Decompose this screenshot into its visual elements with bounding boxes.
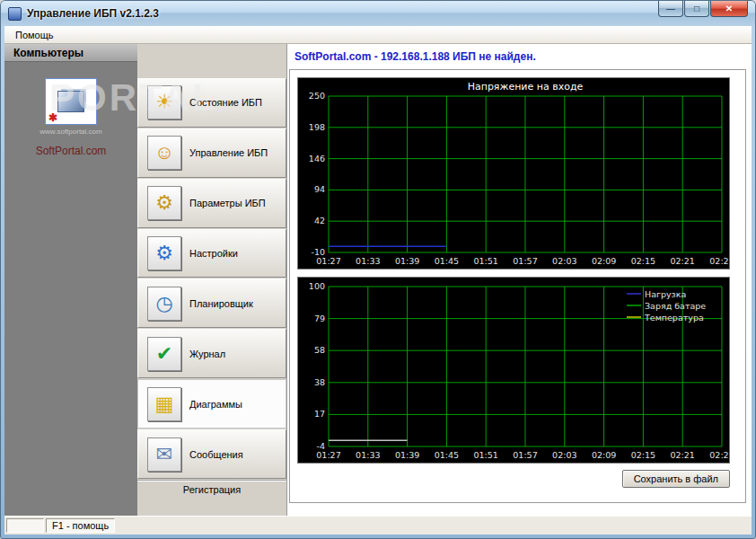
nav-label: Сообщения (189, 449, 243, 460)
watermark-url: www.softportal.com (40, 128, 101, 136)
statusbar: F1 - помощь (4, 516, 752, 535)
svg-text:Заряд батаре: Заряд батаре (645, 301, 706, 311)
ups-parameters-coins-icon: ⚙ (147, 186, 181, 220)
svg-text:01:51: 01:51 (474, 450, 498, 460)
nav-label: Диаграммы (189, 399, 242, 410)
svg-text:250: 250 (309, 91, 325, 101)
svg-text:01:39: 01:39 (395, 256, 419, 266)
svg-text:02:27: 02:27 (709, 450, 729, 460)
svg-text:58: 58 (314, 345, 325, 355)
svg-text:198: 198 (309, 122, 325, 132)
nav-column: ☀ Состояние ИБП ☺ Управление ИБП ⚙ Парам… (137, 44, 287, 516)
red-asterisk-icon: ✱ (48, 111, 57, 124)
input-voltage-chart: 01:2701:3301:3901:4501:5101:5702:0302:09… (297, 77, 730, 270)
titlebar[interactable]: Управление ИБП v2.1.2.3 (1, 1, 755, 26)
nav-label: Настройки (189, 248, 238, 259)
svg-text:02:09: 02:09 (592, 256, 616, 266)
computer-name-label[interactable]: SoftPortal.com (36, 145, 107, 157)
svg-text:02:03: 02:03 (552, 256, 576, 266)
svg-text:79: 79 (314, 314, 325, 323)
svg-text:38: 38 (314, 377, 325, 387)
nav-button-ups-parameters[interactable]: ⚙ Параметры ИБП (137, 179, 286, 228)
svg-text:Температура: Температура (644, 313, 704, 323)
svg-text:-10: -10 (311, 247, 325, 257)
nav-button-diagrams[interactable]: ▦ Диаграммы (137, 379, 286, 429)
nav-label: Параметры ИБП (189, 198, 266, 208)
svg-text:146: 146 (309, 154, 325, 163)
softportal-logo[interactable]: ✱ (45, 78, 97, 125)
save-row: Сохранить в файл (297, 470, 730, 488)
nav-button-ups-status[interactable]: ☀ Состояние ИБП (137, 78, 286, 128)
journal-printer-check-icon: ✔ (147, 337, 181, 371)
svg-text:02:03: 02:03 (552, 450, 576, 460)
sidebar-header: Компьютеры (4, 44, 137, 62)
nav-label: Планировщик (189, 298, 253, 309)
minimize-button[interactable]: — (658, 1, 683, 17)
svg-text:Нагрузка: Нагрузка (645, 289, 686, 299)
svg-text:01:45: 01:45 (435, 256, 459, 266)
svg-text:02:15: 02:15 (631, 256, 655, 266)
svg-text:02:09: 02:09 (592, 450, 616, 460)
settings-gear-icon: ⚙ (147, 236, 181, 270)
ups-control-person-icon: ☺ (147, 136, 181, 170)
nav-button-scheduler[interactable]: ◷ Планировщик (137, 278, 286, 328)
nav-button-messages[interactable]: ✉ Сообщения (137, 429, 286, 479)
svg-text:-4: -4 (317, 441, 325, 451)
server-cube-icon (57, 91, 84, 112)
main-area: PORTAL Компьютеры ✱ www.softportal.com S… (4, 44, 752, 516)
maximize-button[interactable]: □ (684, 1, 709, 17)
svg-text:Напряжение на входе: Напряжение на входе (468, 81, 584, 93)
charts-panel: 01:2701:3301:3901:4501:5101:5702:0302:09… (289, 69, 746, 503)
svg-text:17: 17 (314, 409, 325, 419)
svg-text:94: 94 (314, 184, 325, 194)
diagrams-chart-icon: ▦ (147, 387, 181, 421)
scheduler-clock-icon: ◷ (147, 287, 181, 321)
menu-help[interactable]: Помощь (8, 28, 61, 42)
messages-envelope-icon: ✉ (147, 437, 181, 472)
svg-text:01:57: 01:57 (513, 450, 537, 460)
close-button[interactable]: ✕ (710, 1, 748, 17)
svg-text:02:27: 02:27 (709, 256, 729, 266)
svg-text:02:21: 02:21 (671, 256, 695, 266)
menubar: Помощь (4, 26, 752, 44)
window-title: Управление ИБП v2.1.2.3 (27, 7, 159, 20)
app-icon (8, 7, 22, 21)
svg-text:01:33: 01:33 (356, 450, 380, 460)
ups-status-lamp-icon: ☀ (147, 85, 181, 119)
app-window: Управление ИБП v2.1.2.3 — □ ✕ Помощь POR… (0, 0, 756, 539)
nav-label: Состояние ИБП (189, 97, 262, 108)
nav-button-ups-control[interactable]: ☺ Управление ИБП (137, 128, 286, 178)
registration-link[interactable]: Регистрация (137, 480, 286, 498)
svg-text:01:45: 01:45 (435, 450, 459, 460)
svg-text:01:33: 01:33 (356, 256, 380, 266)
svg-text:02:15: 02:15 (631, 450, 655, 460)
svg-text:01:39: 01:39 (395, 450, 419, 460)
save-to-file-button[interactable]: Сохранить в файл (622, 470, 730, 488)
input-voltage-chart-svg: 01:2701:3301:3901:4501:5101:5702:0302:09… (298, 78, 729, 269)
nav-button-settings[interactable]: ⚙ Настройки (137, 229, 286, 278)
svg-text:02:21: 02:21 (671, 450, 695, 460)
svg-text:01:27: 01:27 (316, 256, 340, 266)
statusbar-help-hint: F1 - помощь (46, 518, 115, 533)
nav-label: Журнал (189, 349, 225, 359)
svg-text:42: 42 (314, 216, 325, 225)
svg-text:01:51: 01:51 (474, 256, 498, 266)
connection-status-text: SoftPortal.com - 192.168.1.188 ИБП не на… (287, 44, 752, 69)
nav-label: Управление ИБП (189, 147, 268, 158)
svg-text:100: 100 (309, 281, 325, 291)
load-battery-temperature-chart-svg: 01:2701:3301:3901:4501:5101:5702:0302:09… (298, 278, 729, 463)
nav-spacer (137, 44, 286, 78)
content-area: SoftPortal.com - 192.168.1.188 ИБП не на… (287, 44, 752, 516)
window-controls: — □ ✕ (657, 1, 748, 17)
nav-button-journal[interactable]: ✔ Журнал (137, 329, 286, 378)
computers-sidebar: Компьютеры ✱ www.softportal.com SoftPort… (4, 44, 137, 516)
svg-text:01:57: 01:57 (513, 256, 537, 266)
svg-text:01:27: 01:27 (316, 450, 340, 460)
load-battery-temperature-chart: 01:2701:3301:3901:4501:5101:5702:0302:09… (297, 277, 730, 464)
statusbar-cell-empty (6, 518, 44, 533)
